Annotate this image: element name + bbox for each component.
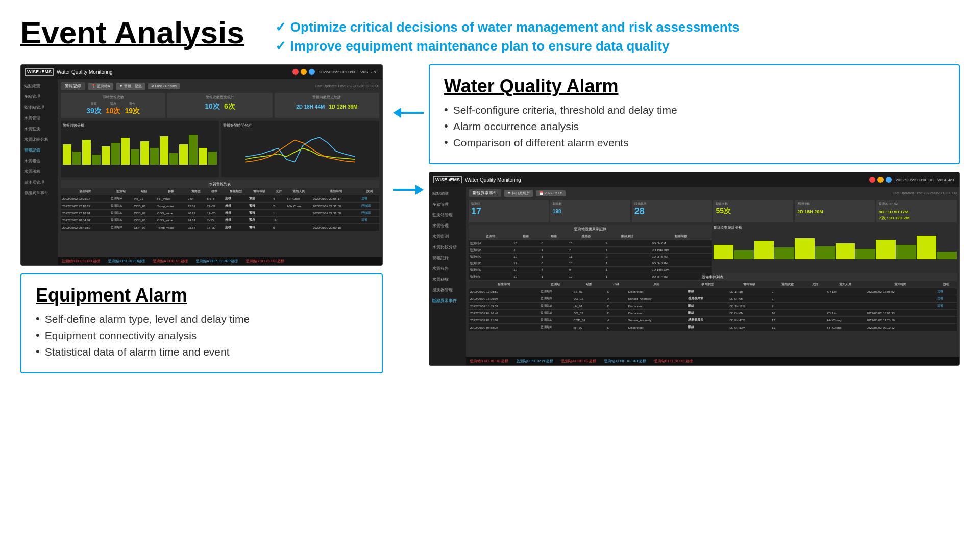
et-level: 0D 1H 12M: [728, 303, 770, 310]
sidebar2-water[interactable]: 水質管理: [429, 221, 466, 231]
last-updated2: Last Updated Time 2022/09/20 13:00:00: [893, 191, 957, 195]
sidebar-sensor[interactable]: 感測器管理: [21, 178, 58, 187]
et-action[interactable]: 送審: [936, 288, 957, 295]
time2-stat: 1D 12H 36M: [329, 102, 357, 111]
dash1-header-right: 2022/09/22 00:00:00 WISE-IoT: [292, 69, 378, 75]
dash1-header: WISE-iEMS Water Quality Monitoring 2022/…: [21, 65, 382, 79]
monitor-count-label: 監測站: [471, 202, 546, 206]
compare2-num: 7次 / 1D 12H 2M: [879, 215, 954, 221]
td-allowed: 1: [272, 210, 286, 217]
filter-station[interactable]: 📍 監測站A: [88, 83, 113, 90]
bar11: [160, 136, 168, 165]
sidebar-station-overview[interactable]: 站點總覽: [21, 81, 58, 91]
sidebar-alarm-record[interactable]: 警報記錄: [21, 145, 58, 155]
dash2-header-left: WISE-iEMS Water Quality Monitoring: [433, 176, 521, 183]
urgent-number: 10次: [106, 107, 121, 115]
s-disconnect: 13: [512, 267, 540, 273]
sidebar-water-monitor[interactable]: 水質監測: [21, 124, 58, 134]
table-row: 監測站A 15 0 15 2 0D 0H 0M: [469, 240, 712, 247]
alarm-data-table: 發生時間 監測站 站點 參數 實際值 標準 警報類型 警報等級 允許 通知人: [61, 188, 379, 231]
eth-notify-time: 通知時間: [865, 281, 936, 288]
sidebar-report[interactable]: 水質報告: [21, 156, 58, 166]
et-action[interactable]: 送審: [936, 303, 957, 310]
td-notify-person: [286, 217, 311, 224]
sidebar-multi-station[interactable]: 多站管理: [21, 92, 58, 102]
sidebar-event[interactable]: 節能異常事件: [21, 188, 58, 198]
sidebar2-report[interactable]: 水質報告: [429, 264, 466, 273]
dash2-icons: [869, 177, 892, 183]
event-data-table2: 發生時間 監測站 站點 代碼 原因 事件類型 警報等級 通知次數: [469, 281, 957, 331]
duration-stat: 斷線次數 55次: [713, 200, 793, 222]
eth-person: 通知人員: [826, 281, 865, 288]
s-disconnect: 13: [512, 273, 540, 280]
sidebar2-record[interactable]: 水質稽核: [429, 274, 466, 284]
td-param: Temp_value: [156, 224, 186, 231]
td-allowed: 19: [272, 217, 286, 224]
info2-icon: [886, 177, 892, 183]
td-level: 警報: [248, 210, 272, 217]
td-type: 超標: [224, 203, 248, 210]
th-actual: 實際值: [186, 188, 205, 195]
et-level: 0D 0H 0M: [728, 295, 770, 303]
td-action[interactable]: 送審: [360, 195, 379, 203]
dash1-body: 站點總覽 多站管理 監測站管理 水質管理 水質監測 水質比較分析 警報記錄 水質…: [21, 79, 382, 265]
filter2-date[interactable]: 📅 2022.05.05: [536, 190, 566, 196]
sidebar2-sensor[interactable]: 感測器管理: [429, 285, 466, 295]
s-station: 監測站E: [469, 267, 512, 273]
table-row: 監測站E 13 4 9 1 1D 14H 33M: [469, 267, 712, 273]
td-action[interactable]: 送審: [360, 217, 379, 224]
sidebar2-compare[interactable]: 水質比較分析: [429, 242, 466, 252]
duration-label: 斷線次數: [716, 202, 791, 206]
eth-time: 發生時間: [469, 281, 539, 288]
sidebar2-alarm[interactable]: 警報記錄: [429, 253, 466, 263]
td-action[interactable]: 已確認: [360, 210, 379, 217]
sidebar2-overview[interactable]: 站點總覽: [429, 189, 466, 198]
th-notify-time: 通知時間: [311, 188, 360, 195]
s-offline: 1: [540, 273, 568, 280]
et-station: 監測站E: [539, 324, 572, 331]
filter-time[interactable]: ⊗ Last 24 hours: [148, 83, 180, 89]
td-actual: 34.01: [186, 217, 205, 224]
et-type: 感應器異常: [687, 295, 728, 303]
td-actual: 40.23: [186, 210, 205, 217]
sidebar-compare[interactable]: 水質比較分析: [21, 135, 58, 144]
mbar5: [795, 238, 815, 259]
sidebar-station-manage[interactable]: 監測站管理: [21, 103, 58, 112]
td-notify-time: 2022/05/02 22:31:58: [311, 203, 360, 210]
mbar6: [815, 246, 835, 260]
event-tab[interactable]: 斷線異常事件: [469, 189, 501, 197]
et-time2: 2022/05/02 17:08:52: [865, 288, 936, 295]
table-row: 2022/05/02 22:18:01 監測站G COD_02 COD_valu…: [61, 210, 379, 217]
td-level: 警報: [248, 203, 272, 210]
s-station: 監測站C: [469, 254, 512, 260]
count-chart-title: 斷線次數統計分析: [714, 225, 957, 230]
alarm-tab[interactable]: 警報記錄: [61, 82, 85, 90]
td-station: 監測站G: [109, 210, 132, 217]
checkmark-icon-1: ✓: [275, 19, 286, 35]
filter2-station[interactable]: ▼ 林口廠所所: [504, 190, 533, 197]
table-row: 2022/05/02 22:23:14 監測站A PH_01 PH_value …: [61, 195, 379, 203]
et-action[interactable]: 送審: [936, 295, 957, 303]
sth-count: 斷線累計: [604, 233, 650, 240]
et-code: D: [606, 310, 627, 317]
th-notify: 通知人員: [286, 188, 311, 195]
sidebar2-event[interactable]: 斷線異常事件: [429, 296, 466, 306]
compare-num: 9D / 1D 5H 17M: [879, 210, 908, 214]
sidebar-water-quality[interactable]: 水質管理: [21, 113, 58, 123]
sidebar2-manage[interactable]: 監測站管理: [429, 210, 466, 220]
ticker-item-3: 監測點A COD_01 超標: [149, 259, 192, 264]
td-action[interactable]: 已確認: [360, 203, 379, 210]
et-type: 斷線: [687, 324, 728, 331]
et-code: D: [606, 288, 627, 295]
sidebar-record[interactable]: 水質稽核: [21, 167, 58, 177]
sidebar2-multi[interactable]: 多處管理: [429, 199, 466, 209]
total-time-stat: 累計時數 2D 18H 20M: [795, 200, 875, 222]
alert2-icon: [869, 177, 875, 183]
sidebar2-monitor[interactable]: 水質監測: [429, 232, 466, 241]
station-abnormal-table: 監測站設備異常記錄 監測站 斷線 離線 感應器: [469, 225, 712, 271]
sth-disconnect: 斷線: [512, 233, 540, 240]
filter-alarm-type[interactable]: ▼ 警報、緊急: [116, 83, 145, 90]
et-time2: [865, 295, 936, 303]
dash2-title: Water Quality Monitoring: [465, 177, 521, 183]
dash1-title: Water Quality Monitoring: [57, 69, 113, 75]
